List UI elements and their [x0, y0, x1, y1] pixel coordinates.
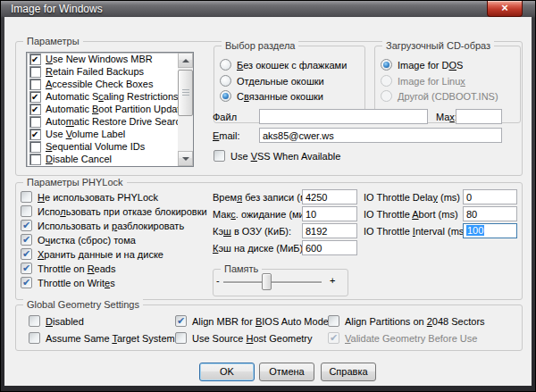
radio-icon — [381, 90, 392, 102]
io-throttle-abort-input[interactable] — [463, 206, 517, 221]
geometry-check-align-mbr[interactable]: Align MBR for BIOS Auto Mode — [175, 314, 329, 328]
list-item[interactable]: Accessible Check Boxes — [27, 78, 193, 90]
checkbox-icon — [21, 205, 32, 217]
parameters-group-label: Параметры — [23, 35, 83, 47]
phylock-check-use-on-lock-fail[interactable]: Использовать при отказе блокировки — [21, 204, 207, 218]
phylock-check-throttle-reads[interactable]: Throttle on Reads — [21, 262, 115, 275]
geometry-check-source-host-geometry[interactable]: Use Source Host Geometry — [175, 331, 313, 345]
dialog-window: Image for Windows × Параметры Use New Wi… — [0, 0, 536, 392]
radio-image-for-dos[interactable]: Image for DOS — [381, 58, 463, 71]
io-throttle-delay-input[interactable] — [463, 189, 517, 204]
list-item-label: Accessible Check Boxes — [46, 79, 153, 89]
geometry-check-validate-geometry[interactable]: Validate Geometry Before Use — [328, 331, 477, 345]
radio-no-checkbox-windows[interactable]: Без окошек с флажками — [220, 58, 347, 71]
list-item[interactable]: Disable Cancel — [27, 153, 193, 165]
checkbox-label: Throttle on Writes — [38, 278, 115, 288]
radio-other-cdboot[interactable]: Другой (CDBOOT.INS) — [381, 89, 498, 103]
memory-slider-track[interactable] — [223, 281, 322, 283]
checkbox-icon — [29, 129, 41, 140]
checkbox-icon — [29, 116, 41, 128]
scroll-down-button[interactable] — [178, 151, 193, 166]
boot-cd-group-label: Загрузочный CD-образ — [382, 39, 494, 52]
list-item-label: Automatic Boot Partition Update — [46, 104, 186, 114]
list-item-label: Automatic Restore Drive Search — [46, 116, 186, 127]
use-vss-checkbox[interactable]: Use VSS When Available — [214, 149, 340, 163]
scroll-thumb[interactable] — [178, 70, 193, 116]
max-input[interactable] — [456, 109, 502, 124]
list-item[interactable]: Use Volume Label — [27, 128, 193, 140]
help-button[interactable]: Справка — [321, 363, 376, 381]
list-item-label: Disable Cancel — [46, 154, 112, 164]
radio-label: Связанные окошки — [237, 91, 323, 102]
io-throttle-abort-label: IO Throttle Abort (ms) — [364, 209, 458, 221]
list-item-label: Use New Windows MBR — [46, 54, 153, 64]
phylock-check-keep-data-on-disk[interactable]: Хранить данные и на диске — [21, 247, 163, 261]
arrow-up-icon — [182, 59, 189, 63]
file-input[interactable] — [259, 109, 428, 124]
radio-label: Другой (CDBOOT.INS) — [398, 91, 498, 102]
disk-cache-input[interactable] — [302, 240, 357, 255]
checkbox-icon — [21, 277, 32, 288]
radio-separate-windows[interactable]: Отдельные окошки — [220, 74, 324, 88]
checkbox-icon — [21, 191, 32, 203]
phylock-check-use-and-unlock[interactable]: Использовать и разблокировать — [21, 219, 184, 232]
checkbox-icon — [175, 315, 187, 327]
list-item-label: Disable Power Sh — [46, 166, 123, 167]
list-item[interactable]: Sequential Volume IDs — [27, 140, 193, 153]
io-throttle-delay-label: IO Throttle Delay (ms) — [364, 192, 460, 204]
write-timeout-input[interactable] — [302, 189, 357, 204]
radio-icon — [220, 59, 231, 71]
checkbox-label: Throttle on Reads — [38, 263, 115, 274]
phylock-check-throttle-writes[interactable]: Throttle on Writes — [21, 276, 115, 289]
radio-image-for-linux[interactable]: Image for Linux — [381, 74, 465, 88]
radio-label: Без окошек с флажками — [237, 60, 347, 71]
max-label: Max: — [436, 112, 457, 123]
checkbox-label: Хранить данные и на диске — [38, 249, 163, 260]
ram-cache-label: Кэш в ОЗУ (КиБ): — [213, 226, 291, 238]
list-item[interactable]: Automatic Restore Drive Search — [27, 115, 193, 128]
max-wait-input[interactable] — [302, 206, 357, 221]
ram-cache-input[interactable] — [302, 223, 357, 238]
selected-text: 100 — [466, 225, 484, 236]
checkbox-icon — [29, 154, 41, 165]
scroll-up-button[interactable] — [178, 53, 193, 68]
email-input[interactable] — [259, 128, 502, 143]
phylock-check-clear-volume[interactable]: Очистка (сброс) тома — [21, 233, 136, 246]
checkbox-icon — [214, 150, 225, 162]
geometry-check-assume-same-target[interactable]: Assume Same Target System — [29, 331, 175, 345]
phylock-check-no-phylock[interactable]: Не использовать PHYLock — [21, 190, 158, 204]
disk-cache-label: Кэш на диске (МиБ): — [213, 243, 306, 254]
checkbox-icon — [29, 315, 40, 327]
list-item[interactable]: Disable Power Sh — [27, 165, 193, 167]
list-item[interactable]: Automatic Boot Partition Update — [27, 103, 193, 115]
list-item-label: Automatic Scaling Restrictions — [46, 91, 179, 102]
checkbox-label: Disabled — [46, 316, 84, 327]
list-item[interactable]: Retain Failed Backups — [27, 65, 193, 78]
radio-icon — [381, 59, 392, 71]
checkbox-icon — [29, 54, 41, 65]
memory-group-label: Память — [221, 263, 262, 275]
list-item[interactable]: Use New Windows MBR — [27, 53, 193, 65]
geometry-check-align-2048[interactable]: Align Partitions on 2048 Sectors — [328, 314, 485, 328]
io-throttle-interval-input[interactable]: 100 — [463, 223, 517, 238]
checkbox-label: Использовать и разблокировать — [38, 221, 184, 231]
ok-button[interactable]: OK — [199, 363, 255, 381]
list-item-label: Sequential Volume IDs — [46, 141, 145, 152]
checkbox-icon — [21, 220, 32, 231]
checkbox-label: Validate Geometry Before Use — [345, 333, 477, 344]
radio-linked-windows[interactable]: Связанные окошки — [220, 89, 323, 103]
listbox-scrollbar[interactable] — [178, 53, 193, 166]
file-label: Файл — [213, 112, 237, 123]
checkbox-label: Не использовать PHYLock — [38, 192, 158, 203]
checkbox-label: Использовать при отказе блокировки — [38, 206, 207, 217]
list-item[interactable]: Automatic Scaling Restrictions — [27, 90, 193, 103]
options-listbox[interactable]: Use New Windows MBR Retain Failed Backup… — [26, 52, 194, 167]
checkbox-icon — [29, 332, 40, 344]
memory-slider-thumb[interactable] — [262, 273, 272, 290]
geometry-check-disabled[interactable]: Disabled — [29, 314, 84, 328]
checkbox-icon — [29, 104, 41, 115]
checkbox-label: Align MBR for BIOS Auto Mode — [192, 316, 329, 327]
close-button[interactable]: × — [487, 1, 523, 17]
radio-icon — [381, 75, 392, 87]
cancel-button[interactable]: Отмена — [259, 363, 314, 381]
